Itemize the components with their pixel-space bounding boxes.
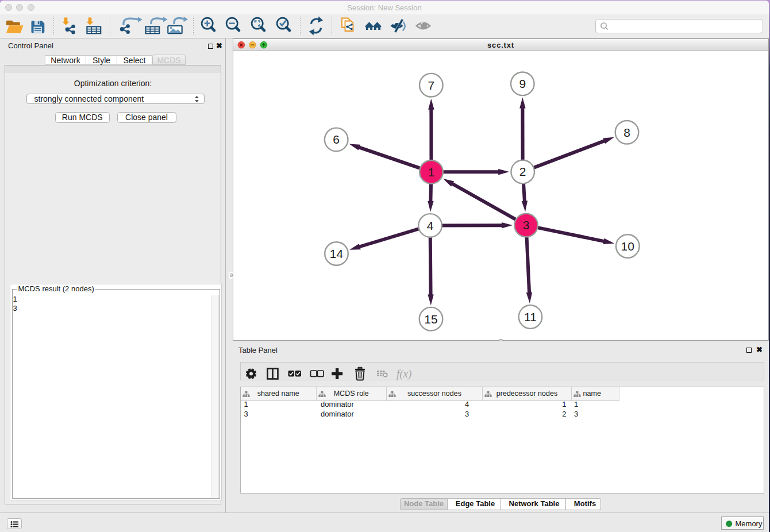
svg-text:6: 6: [333, 133, 340, 146]
svg-text:7: 7: [428, 79, 434, 92]
svg-text:9: 9: [519, 77, 526, 90]
svg-text:2: 2: [519, 165, 526, 178]
svg-text:1: 1: [428, 165, 435, 179]
svg-text:10: 10: [621, 240, 634, 253]
svg-text:11: 11: [524, 310, 537, 323]
svg-text:8: 8: [623, 126, 630, 139]
svg-text:3: 3: [523, 218, 530, 232]
svg-text:14: 14: [330, 247, 344, 260]
svg-text:15: 15: [424, 313, 437, 326]
svg-text:f(x): f(x): [396, 367, 411, 380]
svg-text:4: 4: [427, 219, 434, 232]
